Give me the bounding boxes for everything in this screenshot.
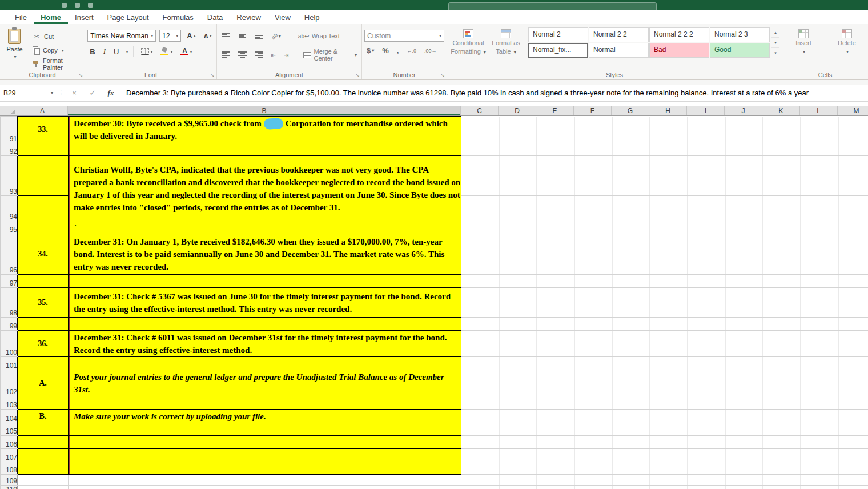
empty-cells[interactable]	[461, 486, 868, 489]
borders-button[interactable]: ▾	[139, 48, 155, 55]
column-header-b[interactable]: B	[68, 106, 461, 115]
cell-a100[interactable]: 36.	[18, 331, 69, 357]
column-header-h[interactable]: H	[649, 106, 687, 115]
row-header[interactable]: 99	[1, 318, 18, 331]
cell-b107[interactable]	[69, 449, 461, 462]
underline-button[interactable]: U	[111, 47, 121, 56]
cell-b103[interactable]	[69, 396, 461, 410]
merge-center-button[interactable]: Merge & Center▾	[301, 47, 359, 63]
undo-icon[interactable]	[88, 3, 93, 8]
cell-b109[interactable]	[69, 475, 461, 486]
column-header-e[interactable]: E	[536, 106, 574, 115]
comma-style-button[interactable]: ,	[395, 46, 401, 55]
style-chip-good[interactable]: Good	[710, 43, 770, 58]
row-header[interactable]: 104	[1, 410, 18, 423]
cell-a94[interactable]	[18, 196, 69, 221]
row-header[interactable]: 110	[1, 486, 18, 489]
cell-a97[interactable]	[18, 275, 69, 288]
cut-button[interactable]: ✂ Cut	[30, 31, 82, 42]
font-size-select[interactable]: 12 ▾	[159, 30, 181, 42]
cell-a101[interactable]	[18, 357, 69, 370]
gallery-up-button[interactable]: ▴	[771, 27, 779, 38]
gallery-more-button[interactable]: ▾	[771, 48, 779, 58]
empty-cells[interactable]	[461, 462, 868, 475]
column-header-f[interactable]: F	[574, 106, 612, 115]
copy-button[interactable]: Copy ▾	[30, 45, 82, 56]
decrease-font-size-button[interactable]: A▾	[202, 33, 214, 39]
increase-decimal-button[interactable]: ←.0	[404, 48, 419, 54]
column-header-i[interactable]: I	[687, 106, 725, 115]
empty-cells[interactable]	[461, 449, 868, 462]
decrease-indent-button[interactable]: ⇤	[269, 51, 278, 59]
empty-cells[interactable]	[461, 221, 868, 234]
empty-cells[interactable]	[461, 357, 868, 370]
cell-b104[interactable]: Make sure your work is correct by upload…	[69, 410, 461, 423]
row-header[interactable]: 107	[1, 449, 18, 462]
font-color-button[interactable]: A▾	[178, 47, 194, 55]
cell-a93[interactable]	[18, 156, 69, 196]
name-box[interactable]: B29 ▾	[0, 85, 57, 101]
cell-a106[interactable]	[18, 436, 69, 449]
formula-bar-handle[interactable]: ⋮	[57, 85, 65, 101]
bold-button[interactable]: B	[87, 47, 97, 56]
empty-cells[interactable]	[461, 196, 868, 221]
empty-cells[interactable]	[461, 423, 868, 436]
empty-cells[interactable]	[461, 234, 868, 275]
column-header-m[interactable]: M	[838, 106, 868, 115]
empty-cells[interactable]	[461, 331, 868, 357]
empty-cells[interactable]	[461, 475, 868, 486]
empty-cells[interactable]	[461, 410, 868, 423]
format-painter-button[interactable]: Format Painter	[30, 58, 82, 70]
row-header[interactable]: 109	[1, 475, 18, 486]
fill-color-button[interactable]: ▾	[158, 47, 175, 55]
italic-button[interactable]: I	[101, 47, 108, 56]
row-header[interactable]: 94	[1, 196, 18, 221]
cell-a95[interactable]	[18, 221, 69, 234]
orientation-button[interactable]: ab▾	[269, 32, 283, 41]
number-dialog-launcher[interactable]: ↘	[440, 73, 445, 78]
cell-a91[interactable]: 33.	[18, 117, 69, 143]
tab-formulas[interactable]: Formulas	[156, 11, 200, 24]
search-box[interactable]	[448, 2, 657, 10]
style-chip-normal-fix[interactable]: Normal_fix...	[528, 43, 588, 58]
autosave-icon[interactable]	[62, 3, 67, 8]
bottom-align-button[interactable]	[252, 31, 266, 41]
cell-a96[interactable]: 34.	[18, 234, 69, 275]
insert-function-button[interactable]: fx	[102, 85, 120, 101]
style-chip-bad[interactable]: Bad	[649, 43, 709, 58]
column-header-l[interactable]: L	[800, 106, 838, 115]
row-header[interactable]: 93	[1, 156, 18, 196]
cell-b91[interactable]: December 30: Byte received a $9,965.00 c…	[69, 117, 461, 143]
row-header[interactable]: 106	[1, 436, 18, 449]
tab-view[interactable]: View	[268, 11, 298, 24]
save-icon[interactable]	[75, 3, 80, 8]
cell-b96[interactable]: December 31: On January 1, Byte received…	[69, 234, 461, 275]
empty-cells[interactable]	[461, 156, 868, 196]
row-header[interactable]: 98	[1, 288, 18, 318]
select-all-button[interactable]	[0, 106, 17, 115]
align-left-button[interactable]	[219, 50, 232, 59]
delete-cells-button[interactable]: Delete ▾	[828, 26, 866, 55]
cell-b108[interactable]	[69, 462, 461, 475]
cell-b92[interactable]	[69, 143, 461, 156]
cell-b102[interactable]: Post your journal entries to the general…	[69, 370, 461, 396]
quick-access-toolbar[interactable]	[62, 3, 93, 8]
empty-cells[interactable]	[461, 143, 868, 156]
percent-style-button[interactable]: %	[380, 46, 391, 55]
enter-button[interactable]: ✓	[83, 85, 102, 101]
row-header[interactable]: 108	[1, 462, 18, 475]
cell-b95[interactable]: `	[69, 221, 461, 234]
row-header[interactable]: 97	[1, 275, 18, 288]
row-header[interactable]: 105	[1, 423, 18, 436]
cell-a108[interactable]	[18, 462, 69, 475]
decrease-decimal-button[interactable]: .00→	[422, 48, 439, 54]
empty-cells[interactable]	[461, 275, 868, 288]
cell-a107[interactable]	[18, 449, 69, 462]
cell-a109[interactable]	[18, 475, 69, 486]
cell-b106[interactable]	[69, 436, 461, 449]
cell-a99[interactable]	[18, 318, 69, 331]
formula-input[interactable]: December 3: Byte purchased a Ricoh Color…	[120, 85, 868, 101]
format-as-table-button[interactable]: Format as Table ▾	[487, 26, 525, 56]
tab-review[interactable]: Review	[230, 11, 268, 24]
cell-b97[interactable]	[69, 275, 461, 288]
